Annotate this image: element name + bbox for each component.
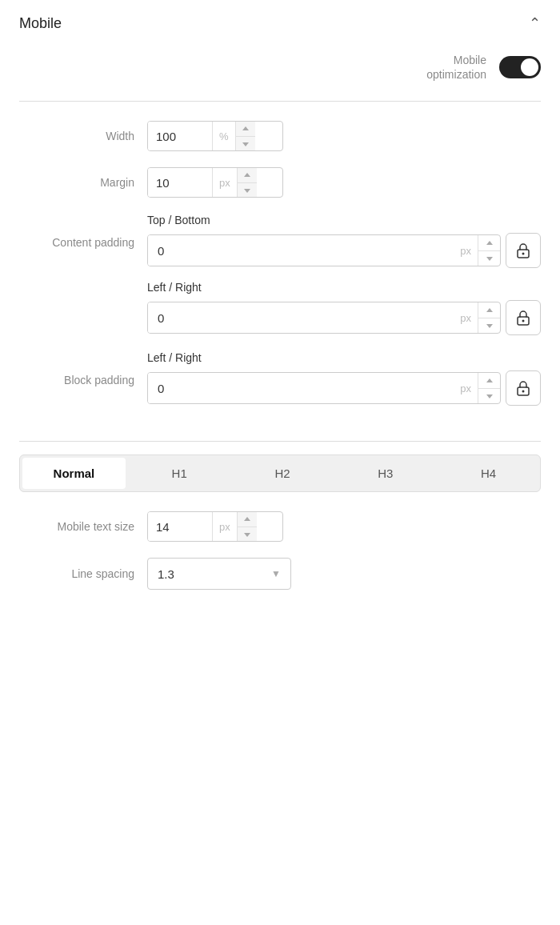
width-label: Width: [19, 130, 147, 142]
text-style-tabs: Normal H1 H2 H3 H4: [19, 454, 541, 492]
width-stepper: [235, 121, 255, 151]
content-padding-tb-decrement-button[interactable]: [478, 251, 500, 267]
content-padding-tb-input-wrapper: px: [147, 234, 501, 266]
lock-icon: [516, 380, 530, 396]
content-padding-tb-stepper: [478, 234, 500, 266]
down-arrow-icon: [486, 257, 493, 261]
up-arrow-icon: [486, 378, 493, 382]
content-padding-tb-input[interactable]: [148, 235, 454, 266]
block-padding-section: Block padding Left / Right px: [19, 351, 541, 406]
up-arrow-icon: [486, 241, 493, 245]
margin-row: Margin px: [19, 167, 541, 198]
line-spacing-label: Line spacing: [19, 567, 147, 580]
content-padding-tb-lock-button[interactable]: [506, 233, 541, 268]
collapse-button[interactable]: ⌃: [529, 14, 541, 32]
margin-input[interactable]: [148, 168, 212, 197]
content-padding-section: Content padding Top / Bottom px: [19, 214, 541, 335]
mobile-optimization-label: Mobile optimization: [426, 53, 486, 82]
tab-h3[interactable]: H3: [334, 455, 437, 491]
mobile-text-size-unit: px: [212, 512, 237, 541]
content-padding-label: Content padding: [19, 214, 147, 249]
block-padding-lr-input-wrapper: px: [147, 372, 501, 404]
margin-increment-button[interactable]: [238, 167, 257, 183]
down-arrow-icon: [486, 394, 493, 398]
content-padding-left-right-label: Left / Right: [147, 281, 541, 294]
margin-decrement-button[interactable]: [238, 183, 257, 198]
content-padding-top-bottom-row: px: [147, 233, 541, 268]
width-decrement-button[interactable]: [236, 137, 255, 152]
svg-point-1: [522, 253, 525, 255]
up-arrow-icon: [244, 517, 250, 521]
mobile-text-size-increment-button[interactable]: [238, 511, 257, 527]
down-arrow-icon: [244, 189, 250, 193]
width-input[interactable]: [148, 122, 212, 150]
lock-icon: [516, 310, 530, 326]
block-padding-lr-unit: px: [454, 382, 478, 394]
mobile-text-size-decrement-button[interactable]: [238, 527, 257, 543]
width-increment-button[interactable]: [236, 121, 255, 137]
content-padding-tb-increment-button[interactable]: [478, 234, 500, 251]
tabs-section: Normal H1 H2 H3 H4 Mobile text size px: [0, 442, 560, 619]
content-padding-top-bottom-label: Top / Bottom: [147, 214, 541, 226]
block-padding-lr-increment-button[interactable]: [478, 372, 500, 389]
line-spacing-select[interactable]: 1.3 ▼: [147, 558, 291, 590]
content-padding-lr-unit: px: [454, 312, 478, 324]
mobile-text-size-input[interactable]: [148, 512, 212, 541]
width-unit: %: [212, 122, 235, 150]
content-padding-fields: Top / Bottom px: [147, 214, 541, 335]
up-arrow-icon: [486, 308, 493, 312]
line-spacing-row: Line spacing 1.3 ▼: [19, 558, 541, 590]
line-spacing-value: 1.3: [158, 567, 174, 581]
block-padding-lr-input[interactable]: [148, 373, 454, 403]
dropdown-arrow-icon: ▼: [271, 568, 281, 579]
panel-title: Mobile: [19, 15, 62, 32]
tab-h4[interactable]: H4: [437, 455, 540, 491]
mobile-panel: Mobile ⌃ Mobile optimization Width %: [0, 0, 560, 619]
content-padding-lr-lock-button[interactable]: [506, 300, 541, 335]
up-arrow-icon: [244, 173, 250, 177]
mobile-text-size-label: Mobile text size: [19, 520, 147, 533]
width-row: Width %: [19, 121, 541, 151]
content-padding-lr-input[interactable]: [148, 302, 454, 333]
block-padding-lr-lock-button[interactable]: [506, 370, 541, 406]
mobile-text-size-input-wrapper: px: [147, 511, 283, 542]
tab-h1[interactable]: H1: [128, 455, 231, 491]
content-padding-lr-increment-button[interactable]: [478, 302, 500, 318]
tab-normal[interactable]: Normal: [22, 458, 126, 489]
mobile-optimization-row: Mobile optimization: [0, 46, 560, 101]
block-padding-label: Block padding: [19, 351, 147, 386]
mobile-optimization-toggle[interactable]: [499, 56, 541, 78]
block-padding-fields: Left / Right px: [147, 351, 541, 406]
width-input-wrapper: %: [147, 121, 283, 151]
margin-label: Margin: [19, 176, 147, 189]
down-arrow-icon: [242, 142, 249, 146]
content-padding-left-right-row: px: [147, 300, 541, 335]
down-arrow-icon: [486, 324, 493, 328]
block-padding-left-right-label: Left / Right: [147, 351, 541, 364]
block-padding-lr-decrement-button[interactable]: [478, 389, 500, 405]
mobile-text-size-stepper: [237, 511, 257, 542]
down-arrow-icon: [244, 533, 250, 537]
tab-h2[interactable]: H2: [231, 455, 334, 491]
up-arrow-icon: [242, 126, 249, 130]
lock-icon: [516, 242, 530, 258]
svg-point-5: [522, 390, 525, 393]
content-padding-tb-unit: px: [454, 245, 478, 257]
margin-unit: px: [212, 168, 237, 197]
mobile-text-size-row: Mobile text size px: [19, 511, 541, 542]
block-padding-lr-row: px: [147, 370, 541, 406]
margin-input-wrapper: px: [147, 167, 283, 198]
panel-header: Mobile ⌃: [0, 0, 560, 46]
content-padding-lr-stepper: [478, 302, 500, 334]
content-padding-lr-input-wrapper: px: [147, 302, 501, 334]
block-padding-lr-stepper: [478, 372, 500, 404]
margin-stepper: [237, 167, 257, 198]
svg-point-3: [522, 320, 525, 322]
settings-section: Width % Margin px: [0, 102, 560, 441]
content-padding-lr-decrement-button[interactable]: [478, 318, 500, 334]
